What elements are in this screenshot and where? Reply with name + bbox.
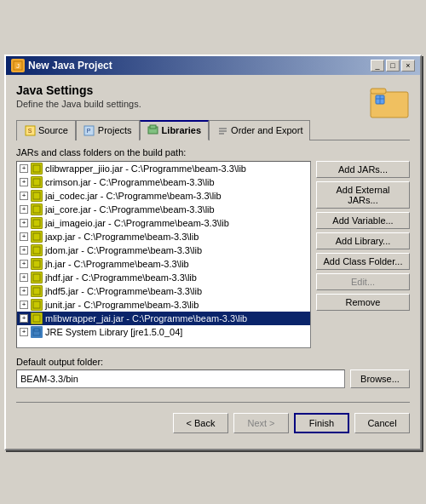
- expand-icon[interactable]: +: [20, 287, 28, 295]
- window-icon: J: [11, 59, 25, 72]
- expand-icon[interactable]: +: [20, 178, 28, 186]
- next-button[interactable]: Next >: [233, 413, 289, 433]
- list-item[interactable]: + jai_codec.jar - C:\Programme\beam-3.3\…: [17, 189, 310, 203]
- close-button[interactable]: ×: [401, 60, 415, 72]
- title-bar: J New Java Project _ □ ×: [6, 56, 420, 75]
- libraries-tab-icon: [147, 124, 159, 136]
- svg-rect-25: [33, 288, 40, 295]
- source-tab-icon: S: [24, 124, 36, 136]
- output-row: Browse...: [16, 369, 410, 388]
- list-item[interactable]: + jdom.jar - C:\Programme\beam-3.3\lib: [17, 243, 310, 257]
- list-item[interactable]: + jhdf5.jar - C:\Programme\beam-3.3\lib: [17, 284, 310, 298]
- expand-icon[interactable]: +: [20, 164, 28, 173]
- tab-order[interactable]: Order and Export: [209, 120, 310, 140]
- svg-text:P: P: [87, 128, 91, 134]
- add-variable-button[interactable]: Add Variable...: [316, 212, 410, 229]
- expand-icon[interactable]: +: [20, 219, 28, 227]
- item-text: jhdf.jar - C:\Programme\beam-3.3\lib: [45, 272, 197, 283]
- svg-rect-17: [33, 179, 40, 186]
- expand-icon[interactable]: +: [20, 314, 28, 323]
- svg-rect-26: [33, 301, 40, 308]
- window: J New Java Project _ □ × Java Settings D…: [4, 54, 422, 450]
- add-external-jars-button[interactable]: Add External JARs...: [316, 181, 410, 209]
- expand-icon[interactable]: +: [20, 192, 28, 200]
- svg-text:J: J: [16, 62, 20, 70]
- svg-text:S: S: [27, 128, 32, 134]
- expand-icon[interactable]: +: [20, 328, 28, 336]
- back-button[interactable]: < Back: [173, 413, 228, 433]
- item-text: jh.jar - C:\Programme\beam-3.3\lib: [45, 259, 189, 269]
- list-item[interactable]: + jai_imageio.jar - C:\Programme\beam-3.…: [17, 216, 310, 230]
- item-text: jdom.jar - C:\Programme\beam-3.3\lib: [45, 245, 202, 255]
- jar-icon: [31, 163, 43, 175]
- list-item[interactable]: + JRE System Library [jre1.5.0_04]: [17, 325, 310, 339]
- item-text: JRE System Library [jre1.5.0_04]: [45, 327, 182, 337]
- expand-icon[interactable]: +: [20, 260, 28, 268]
- svg-rect-20: [33, 220, 40, 226]
- jar-icon: [31, 285, 43, 297]
- title-bar-controls: _ □ ×: [371, 60, 415, 72]
- maximize-button[interactable]: □: [386, 60, 400, 72]
- panel-label: JARs and class folders on the build path…: [16, 147, 410, 158]
- list-item[interactable]: + jhdf.jar - C:\Programme\beam-3.3\lib: [17, 271, 310, 284]
- list-item[interactable]: + clibwrapper_jiio.jar - C:\Programme\be…: [17, 162, 310, 175]
- minimize-button[interactable]: _: [371, 60, 384, 72]
- expand-icon[interactable]: +: [20, 232, 28, 241]
- svg-rect-3: [371, 89, 386, 94]
- separator: [16, 402, 410, 403]
- expand-icon[interactable]: +: [20, 205, 28, 214]
- remove-button[interactable]: Remove: [316, 294, 410, 311]
- list-item[interactable]: + jai_core.jar - C:\Programme\beam-3.3\l…: [17, 203, 310, 216]
- tab-projects[interactable]: P Projects: [76, 120, 140, 140]
- jar-icon: [31, 244, 43, 256]
- main-panel: JARs and class folders on the build path…: [16, 140, 410, 395]
- jar-icon: [31, 272, 43, 284]
- item-text: jaxp.jar - C:\Programme\beam-3.3\lib: [45, 232, 199, 242]
- item-text: clibwrapper_jiio.jar - C:\Programme\beam…: [45, 163, 246, 174]
- svg-rect-21: [33, 233, 40, 240]
- svg-rect-23: [33, 261, 40, 267]
- browse-button[interactable]: Browse...: [350, 369, 410, 388]
- svg-rect-24: [33, 274, 40, 281]
- item-text: jai_imageio.jar - C:\Programme\beam-3.3\…: [45, 218, 229, 228]
- output-label: Default output folder:: [16, 357, 410, 367]
- jar-icon: [31, 217, 43, 229]
- list-item[interactable]: + crimson.jar - C:\Programme\beam-3.3\li…: [17, 175, 310, 189]
- expand-icon[interactable]: +: [20, 301, 28, 309]
- output-folder-input[interactable]: [16, 369, 345, 388]
- lib-icon: [31, 326, 43, 338]
- page-subtitle: Define the Java build settings.: [16, 99, 141, 109]
- item-text: mlibwrapper_jai.jar - C:\Programme\beam-…: [45, 313, 247, 324]
- expand-icon[interactable]: +: [20, 273, 28, 282]
- list-item[interactable]: + jaxp.jar - C:\Programme\beam-3.3\lib: [17, 230, 310, 243]
- expand-icon[interactable]: +: [20, 246, 28, 255]
- list-item[interactable]: + mlibwrapper_jai.jar - C:\Programme\bea…: [17, 312, 310, 325]
- svg-rect-12: [150, 125, 156, 129]
- dialog-content: Java Settings Define the Java build sett…: [6, 75, 420, 449]
- tab-source[interactable]: S Source: [16, 120, 76, 140]
- split-pane: + clibwrapper_jiio.jar - C:\Programme\be…: [16, 161, 410, 348]
- title-bar-left: J New Java Project: [11, 59, 112, 72]
- jar-icon: [31, 299, 43, 311]
- page-title: Java Settings: [16, 83, 141, 97]
- svg-rect-18: [33, 192, 40, 199]
- add-library-button[interactable]: Add Library...: [316, 232, 410, 249]
- tab-libraries-label: Libraries: [162, 125, 201, 135]
- page-header-text: Java Settings Define the Java build sett…: [16, 83, 141, 109]
- add-class-folder-button[interactable]: Add Class Folder...: [316, 253, 410, 270]
- list-item[interactable]: + jh.jar - C:\Programme\beam-3.3\lib: [17, 257, 310, 271]
- svg-rect-29: [34, 329, 39, 331]
- tabs: S Source P Projects: [16, 119, 410, 140]
- add-jars-button[interactable]: Add JARs...: [316, 161, 410, 178]
- list-item[interactable]: + junit.jar - C:\Programme\beam-3.3\lib: [17, 298, 310, 312]
- jar-list[interactable]: + clibwrapper_jiio.jar - C:\Programme\be…: [16, 161, 311, 348]
- cancel-button[interactable]: Cancel: [354, 413, 410, 433]
- tab-order-label: Order and Export: [231, 125, 302, 135]
- svg-rect-19: [33, 206, 40, 213]
- item-text: jai_core.jar - C:\Programme\beam-3.3\lib: [45, 204, 215, 215]
- tab-libraries[interactable]: Libraries: [140, 120, 209, 140]
- output-section: Default output folder: Browse...: [16, 357, 410, 388]
- item-text: jhdf5.jar - C:\Programme\beam-3.3\lib: [45, 286, 202, 296]
- finish-button[interactable]: Finish: [294, 413, 349, 433]
- edit-button[interactable]: Edit...: [316, 273, 410, 290]
